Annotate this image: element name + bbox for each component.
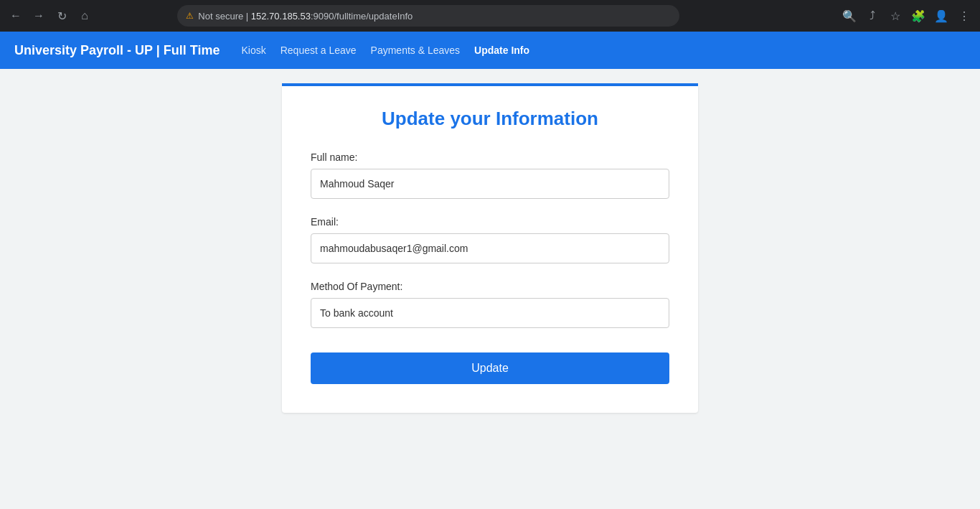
extensions-button[interactable]: 🧩 (908, 6, 928, 26)
share-button[interactable]: ⤴ (862, 6, 882, 26)
full-name-input[interactable] (311, 169, 669, 199)
back-button[interactable]: ← (6, 6, 26, 26)
bookmark-button[interactable]: ☆ (885, 6, 905, 26)
zoom-button[interactable]: 🔍 (839, 6, 859, 26)
nav-request-leave[interactable]: Request a Leave (281, 45, 357, 56)
payment-input[interactable] (311, 298, 669, 328)
app-brand: University Payroll - UP | Full Time (14, 43, 220, 58)
nav-kiosk[interactable]: Kiosk (241, 45, 265, 56)
update-button[interactable]: Update (311, 352, 669, 384)
browser-nav-buttons: ← → ↻ ⌂ (6, 6, 95, 26)
nav-links: Kiosk Request a Leave Payments & Leaves … (241, 45, 529, 56)
page-content: Update your Information Full name: Email… (0, 69, 980, 509)
nav-update-info[interactable]: Update Info (474, 45, 529, 56)
full-name-label: Full name: (311, 151, 669, 163)
email-input[interactable] (311, 233, 669, 263)
address-bar[interactable]: ⚠ Not secure | 152.70.185.53:9090/fullti… (177, 5, 679, 27)
url-text: Not secure | 152.70.185.53:9090/fulltime… (198, 11, 413, 22)
payment-label: Method Of Payment: (311, 281, 669, 292)
email-label: Email: (311, 216, 669, 228)
menu-button[interactable]: ⋮ (954, 6, 974, 26)
profile-button[interactable]: 👤 (931, 6, 951, 26)
forward-button[interactable]: → (29, 6, 49, 26)
form-title: Update your Information (311, 108, 669, 130)
form-card: Update your Information Full name: Email… (282, 86, 698, 413)
browser-chrome: ← → ↻ ⌂ ⚠ Not secure | 152.70.185.53:909… (0, 0, 980, 32)
nav-payments-leaves[interactable]: Payments & Leaves (371, 45, 461, 56)
full-name-group: Full name: (311, 151, 669, 199)
home-button[interactable]: ⌂ (75, 6, 95, 26)
reload-button[interactable]: ↻ (52, 6, 72, 26)
security-warning-icon: ⚠ (186, 11, 194, 21)
app-navbar: University Payroll - UP | Full Time Kios… (0, 32, 980, 69)
email-group: Email: (311, 216, 669, 263)
browser-actions: 🔍 ⤴ ☆ 🧩 👤 ⋮ (839, 6, 974, 26)
payment-group: Method Of Payment: (311, 281, 669, 328)
